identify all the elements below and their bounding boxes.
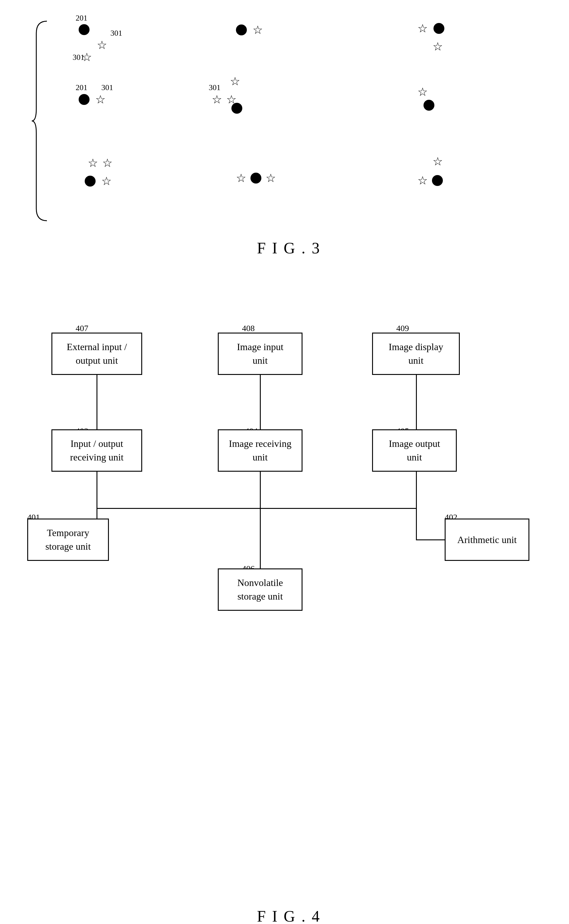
symbol-group-3b: ☆ bbox=[432, 41, 443, 52]
box-407: External input /output unit bbox=[52, 332, 142, 375]
box-402: Arithmetic unit bbox=[445, 519, 529, 561]
box-408: Image inputunit bbox=[218, 332, 303, 375]
dot-7 bbox=[85, 176, 96, 187]
star-3: ☆ bbox=[253, 24, 263, 36]
conn-403-bus bbox=[96, 472, 97, 508]
fig4-title: F I G . 4 bbox=[257, 907, 321, 924]
symbol-group-6b bbox=[231, 103, 242, 114]
label-301a: 301 bbox=[110, 29, 122, 38]
conn-405-bus bbox=[416, 472, 417, 508]
star-16: ☆ bbox=[417, 175, 428, 186]
symbol-group-5: ☆ bbox=[230, 76, 240, 87]
box-405: Image outputunit bbox=[372, 429, 457, 472]
symbol-group-3: ☆ bbox=[417, 23, 444, 34]
conn-404-bus bbox=[260, 472, 261, 508]
conn-409-405 bbox=[416, 375, 417, 429]
star-13: ☆ bbox=[236, 172, 246, 184]
label-301c: 301 bbox=[101, 83, 113, 92]
label-301b: 301 bbox=[73, 53, 84, 62]
fig4-container: 407 External input /output unit 408 Imag… bbox=[24, 302, 554, 907]
dot-8 bbox=[251, 173, 262, 184]
conn-402-v bbox=[416, 508, 417, 539]
star-5: ☆ bbox=[95, 94, 106, 105]
brace-svg bbox=[30, 18, 52, 224]
label-407: 407 bbox=[76, 323, 88, 333]
fig3-container: 201 ☆ 301 ☆ 301 ☆ ☆ ☆ 201 ☆ 301 bbox=[24, 9, 554, 257]
dot-6 bbox=[423, 100, 434, 111]
star-4: ☆ bbox=[417, 23, 428, 34]
label-409: 409 bbox=[396, 323, 409, 333]
label-201a: 201 bbox=[76, 14, 87, 23]
dot-1 bbox=[79, 24, 90, 35]
label-408: 408 bbox=[242, 323, 255, 333]
star-7: ☆ bbox=[212, 94, 222, 105]
symbol-group-stars-1: ☆ 301 bbox=[97, 39, 107, 51]
symbol-group-9: ☆ ☆ bbox=[236, 172, 276, 184]
box-406: Nonvolatilestorage unit bbox=[218, 569, 303, 611]
dot-9 bbox=[432, 175, 443, 186]
box-403: Input / outputreceiving unit bbox=[52, 429, 142, 472]
page: 201 ☆ 301 ☆ 301 ☆ ☆ ☆ 201 ☆ 301 bbox=[0, 0, 569, 924]
dot-3 bbox=[434, 23, 444, 34]
star-11: ☆ bbox=[102, 157, 113, 169]
symbol-group-stars-2: ☆ 301 bbox=[82, 52, 92, 63]
dot-4 bbox=[79, 94, 90, 105]
star-4b: ☆ bbox=[432, 41, 443, 52]
label-301d: 301 bbox=[209, 83, 221, 92]
conn-402-h bbox=[416, 539, 445, 540]
symbol-group-7b bbox=[423, 100, 434, 111]
box-409: Image displayunit bbox=[372, 332, 460, 375]
star-9: ☆ bbox=[417, 86, 428, 98]
label-201b: 201 bbox=[76, 83, 87, 92]
symbol-group-8b: ☆ bbox=[85, 175, 112, 187]
conn-407-403 bbox=[96, 375, 97, 429]
symbol-group-7: ☆ bbox=[417, 86, 428, 98]
symbol-group-10: ☆ bbox=[432, 156, 443, 167]
box-404: Image receivingunit bbox=[218, 429, 303, 472]
dot-2 bbox=[236, 24, 247, 35]
symbol-group-4: 201 ☆ 301 bbox=[79, 94, 106, 105]
star-1: ☆ bbox=[97, 39, 107, 51]
star-10: ☆ bbox=[88, 157, 98, 169]
star-12: ☆ bbox=[101, 175, 112, 187]
star-14: ☆ bbox=[266, 172, 276, 184]
symbol-group-8: ☆ ☆ bbox=[88, 157, 113, 169]
bus-h bbox=[96, 508, 416, 509]
dot-5 bbox=[231, 103, 242, 114]
symbol-group-10b: ☆ bbox=[417, 175, 443, 186]
fig3-title: F I G . 3 bbox=[257, 239, 321, 257]
star-6: ☆ bbox=[230, 76, 240, 87]
box-401: Temporarystorage unit bbox=[27, 519, 109, 561]
conn-406-v bbox=[260, 508, 261, 569]
conn-408-404 bbox=[260, 375, 261, 429]
star-15: ☆ bbox=[432, 156, 443, 167]
symbol-group-2: ☆ bbox=[236, 24, 263, 36]
symbol-group-1: 201 bbox=[79, 24, 90, 35]
